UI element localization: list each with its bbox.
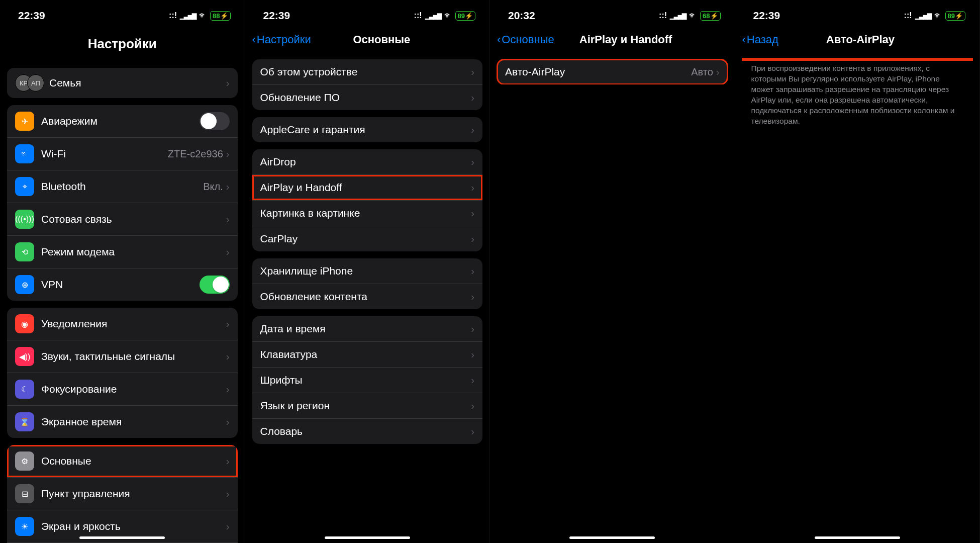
settings-row[interactable]: AppleCare и гарантия› (252, 117, 483, 142)
status-extra: ::! (659, 11, 667, 20)
settings-row[interactable]: Дата и время› (252, 316, 483, 342)
toggle-switch[interactable] (200, 276, 230, 294)
settings-row[interactable]: ⚙︎Основные› (7, 445, 238, 478)
settings-row[interactable]: (((•)))Сотовая связь› (7, 203, 238, 236)
toggle-switch[interactable] (200, 112, 230, 130)
chevron-icon: › (226, 384, 230, 395)
page-title: Основные (281, 33, 482, 46)
row-icon: ◉ (15, 314, 34, 333)
nav-bar: ‹ Назад Авто-AirPlay (735, 28, 980, 52)
status-bar: 22:39 ::! ᯤ 89⚡ (735, 0, 980, 28)
settings-row[interactable]: ⊟Пункт управления› (7, 478, 238, 510)
status-time: 20:32 (508, 10, 535, 22)
page-title: AirPlay и Handoff (524, 33, 728, 46)
row-label: Уведомления (41, 318, 226, 330)
chevron-icon: › (471, 156, 474, 168)
footer-text: При воспроизведении контента в приложени… (742, 59, 973, 127)
status-right: ::! ᯤ 88⚡ (169, 11, 230, 21)
settings-row[interactable]: ⊕VPN (7, 268, 238, 301)
row-label: Обновление контента (260, 291, 471, 303)
screen-general: 22:39 ::! ᯤ 89⚡ ‹ Настройки Основные Об … (245, 0, 491, 543)
row-value: ZTE-c2e936 (168, 148, 223, 160)
battery-icon: 68⚡ (700, 11, 720, 21)
settings-row[interactable]: ⌛Экранное время› (7, 406, 238, 438)
row-value: Авто (691, 66, 713, 78)
settings-row[interactable]: CarPlay› (252, 226, 483, 251)
chevron-icon: › (226, 181, 230, 193)
row-label: VPN (41, 279, 200, 291)
chevron-icon: › (471, 291, 474, 303)
row-label: Bluetooth (41, 180, 203, 193)
settings-row[interactable]: Обновление контента› (252, 284, 483, 309)
status-time: 22:39 (18, 10, 45, 22)
wifi-icon: ᯤ (444, 11, 452, 20)
chevron-icon: › (471, 233, 474, 245)
nav-bar: ‹ Основные AirPlay и Handoff (490, 28, 735, 52)
screen-auto-airplay: 22:39 ::! ᯤ 89⚡ ‹ Назад Авто-AirPlay При… (735, 0, 981, 543)
row-label: AirDrop (260, 156, 471, 168)
settings-row[interactable]: ⟲Режим модема› (7, 236, 238, 268)
settings-row[interactable]: Картинка в картинке› (252, 201, 483, 226)
row-label: Пункт управления (41, 488, 226, 500)
row-icon: ⌖ (15, 177, 34, 196)
chevron-icon: › (471, 375, 474, 386)
settings-row[interactable]: AirDrop› (252, 149, 483, 175)
home-indicator[interactable] (79, 536, 165, 539)
settings-row[interactable]: Об этом устройстве› (252, 59, 483, 85)
chevron-icon: › (226, 148, 230, 160)
screen-airplay-handoff: 20:32 ::! ᯤ 68⚡ ‹ Основные AirPlay и Han… (490, 0, 735, 543)
chevron-icon: › (226, 416, 230, 428)
status-extra: ::! (414, 11, 422, 20)
home-indicator[interactable] (815, 536, 900, 539)
settings-group: Хранилище iPhone›Обновление контента› (252, 258, 483, 309)
row-label: Клавиатура (260, 348, 471, 360)
status-right: ::! ᯤ 89⚡ (414, 11, 475, 21)
settings-row[interactable]: Обновление ПО› (252, 85, 483, 110)
row-label: Звуки, тактильные сигналы (41, 350, 226, 363)
settings-row[interactable]: ✈︎Авиарежим (7, 105, 238, 138)
family-row[interactable]: КР АП Семья › (7, 68, 238, 98)
row-icon: ◀︎)) (15, 347, 34, 366)
avatar: АП (27, 74, 44, 92)
settings-row[interactable]: AirPlay и Handoff› (252, 175, 483, 201)
settings-row[interactable]: ⌖BluetoothВкл.› (7, 170, 238, 203)
settings-row[interactable]: Шрифты› (252, 368, 483, 393)
settings-row[interactable]: Хранилище iPhone› (252, 258, 483, 284)
chevron-icon: › (471, 92, 474, 104)
signal-icon (180, 11, 196, 20)
row-label: Wi-Fi (41, 148, 168, 160)
row-icon: ⊟ (15, 484, 34, 503)
row-label: Семья (49, 77, 226, 89)
row-icon: ⟲ (15, 242, 34, 261)
settings-row[interactable]: Клавиатура› (252, 342, 483, 368)
settings-row[interactable]: Авто-AirPlayАвто› (497, 59, 728, 84)
chevron-icon: › (471, 323, 474, 335)
signal-icon (425, 11, 441, 20)
row-label: Авто-AirPlay (505, 66, 691, 78)
chevron-icon: › (226, 214, 230, 225)
chevron-left-icon: ‹ (742, 33, 746, 46)
row-icon: ✈︎ (15, 112, 34, 131)
settings-row[interactable]: ☾Фокусирование› (7, 373, 238, 406)
row-label: AirPlay и Handoff (260, 182, 471, 194)
settings-row[interactable]: ᯤWi-FiZTE-c2e936› (7, 138, 238, 170)
settings-row[interactable]: ◀︎))Звуки, тактильные сигналы› (7, 340, 238, 373)
status-right: ::! ᯤ 68⚡ (659, 11, 720, 21)
chevron-icon: › (226, 246, 230, 258)
status-bar: 22:39 ::! ᯤ 88⚡ (0, 0, 245, 28)
chevron-icon: › (226, 77, 230, 89)
status-extra: ::! (169, 11, 177, 20)
settings-row[interactable]: Язык и регион› (252, 393, 483, 419)
row-label: Режим модема (41, 246, 226, 258)
row-icon: ᯤ (15, 144, 34, 163)
chevron-icon: › (226, 521, 230, 532)
settings-row[interactable]: Словарь› (252, 419, 483, 444)
status-right: ::! ᯤ 89⚡ (904, 11, 965, 21)
home-indicator[interactable] (569, 536, 655, 539)
row-icon: ☀︎ (15, 517, 34, 536)
row-label: Сотовая связь (41, 213, 226, 225)
settings-row[interactable]: ◉Уведомления› (7, 308, 238, 340)
row-icon: ⊕ (15, 275, 34, 294)
home-indicator[interactable] (325, 536, 410, 539)
battery-icon: 88⚡ (210, 11, 230, 21)
